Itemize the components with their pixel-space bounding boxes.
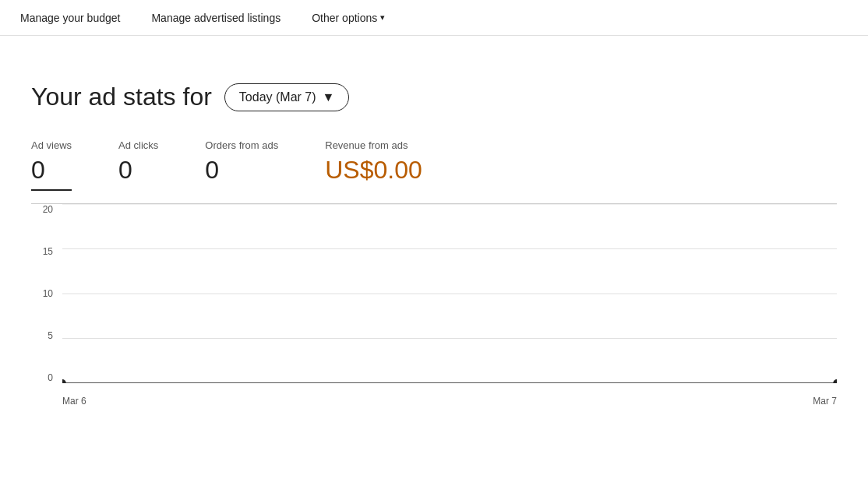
x-label-mar7: Mar 7: [813, 396, 837, 407]
chart-svg: [62, 204, 837, 383]
date-picker-arrow-icon: ▼: [323, 90, 335, 104]
stat-label-ad-clicks: Ad clicks: [118, 139, 158, 151]
x-axis-labels: Mar 6 Mar 7: [62, 396, 837, 407]
top-navigation: Manage your budget Manage advertised lis…: [0, 0, 868, 36]
stat-label-revenue-from-ads: Revenue from ads: [325, 139, 422, 151]
nav-label-manage-listings: Manage advertised listings: [151, 12, 281, 24]
y-label-5: 5: [31, 330, 53, 341]
chart-container: 20 15 10 5 0: [31, 203, 837, 407]
y-label-15: 15: [31, 246, 53, 257]
stats-row: Ad views 0 Ad clicks 0 Orders from ads 0…: [31, 139, 837, 185]
chart-svg-wrapper: [62, 204, 837, 383]
stat-value-ad-views: 0: [31, 156, 72, 185]
date-picker-button[interactable]: Today (Mar 7) ▼: [224, 83, 350, 111]
stat-revenue-from-ads: Revenue from ads US$0.00: [325, 139, 422, 185]
stat-value-orders-from-ads: 0: [205, 156, 278, 185]
y-label-20: 20: [31, 204, 53, 215]
chart-area: 20 15 10 5 0: [31, 204, 837, 407]
stat-value-ad-clicks: 0: [118, 156, 158, 185]
nav-label-manage-budget: Manage your budget: [20, 12, 120, 24]
chart-point-mar6: [62, 379, 66, 383]
y-label-0: 0: [31, 372, 53, 383]
stat-ad-views: Ad views 0: [31, 139, 72, 185]
stat-ad-clicks: Ad clicks 0: [118, 139, 158, 185]
date-picker-label: Today (Mar 7): [239, 90, 316, 104]
nav-item-manage-listings[interactable]: Manage advertised listings: [151, 12, 281, 24]
stat-label-orders-from-ads: Orders from ads: [205, 139, 278, 151]
stat-value-revenue-from-ads: US$0.00: [325, 156, 422, 185]
y-label-10: 10: [31, 288, 53, 299]
nav-item-other-options[interactable]: Other options ▾: [312, 12, 385, 24]
other-options-dropdown-icon: ▾: [380, 12, 385, 23]
nav-item-manage-budget[interactable]: Manage your budget: [20, 12, 120, 24]
stat-label-ad-views: Ad views: [31, 139, 72, 151]
chart-point-mar7: [833, 379, 837, 383]
stat-orders-from-ads: Orders from ads 0: [205, 139, 278, 185]
stats-header: Your ad stats for Today (Mar 7) ▼: [31, 83, 837, 111]
main-content: Your ad stats for Today (Mar 7) ▼ Ad vie…: [0, 36, 868, 407]
stats-heading-prefix: Your ad stats for: [31, 83, 212, 111]
nav-label-other-options: Other options: [312, 12, 377, 24]
y-axis-labels: 20 15 10 5 0: [31, 204, 53, 383]
x-label-mar6: Mar 6: [62, 396, 86, 407]
